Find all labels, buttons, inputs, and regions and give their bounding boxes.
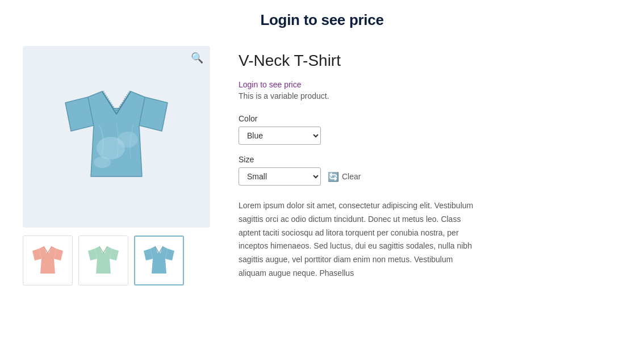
login-price-link[interactable]: Login to see price <box>239 80 621 89</box>
size-label: Size <box>239 155 621 164</box>
clear-icon: 🔄 <box>328 171 339 182</box>
clear-label: Clear <box>342 172 361 181</box>
zoom-icon[interactable]: 🔍 <box>191 52 203 64</box>
product-layout: 🔍 <box>23 46 621 285</box>
product-images: 🔍 <box>23 46 210 285</box>
svg-point-1 <box>118 132 138 148</box>
page-wrapper: Login to see price 🔍 <box>0 0 644 308</box>
size-variation-group: Size Small Medium Large X-Large 🔄 Clear <box>239 155 621 186</box>
color-label: Color <box>239 114 621 123</box>
thumbnail-mint[interactable] <box>78 236 128 285</box>
product-illustration <box>54 74 179 199</box>
product-description: Lorem ipsum dolor sit amet, consectetur … <box>239 199 483 280</box>
svg-point-2 <box>94 157 111 168</box>
thumbnails <box>23 236 210 285</box>
page-title-bar: Login to see price <box>23 11 621 29</box>
product-info: V-Neck T-Shirt Login to see price This i… <box>239 46 621 280</box>
main-image: 🔍 <box>23 46 210 228</box>
size-select[interactable]: Small Medium Large X-Large <box>239 167 321 186</box>
product-name: V-Neck T-Shirt <box>239 52 621 70</box>
thumbnail-blue[interactable] <box>134 236 184 285</box>
variable-notice: This is a variable product. <box>239 91 621 100</box>
color-select[interactable]: Blue Green Pink <box>239 127 321 145</box>
size-row: Small Medium Large X-Large 🔄 Clear <box>239 167 621 186</box>
clear-size-button[interactable]: 🔄 Clear <box>328 171 361 182</box>
page-title: Login to see price <box>23 11 621 29</box>
thumbnail-pink[interactable] <box>23 236 73 285</box>
color-variation-group: Color Blue Green Pink <box>239 114 621 145</box>
